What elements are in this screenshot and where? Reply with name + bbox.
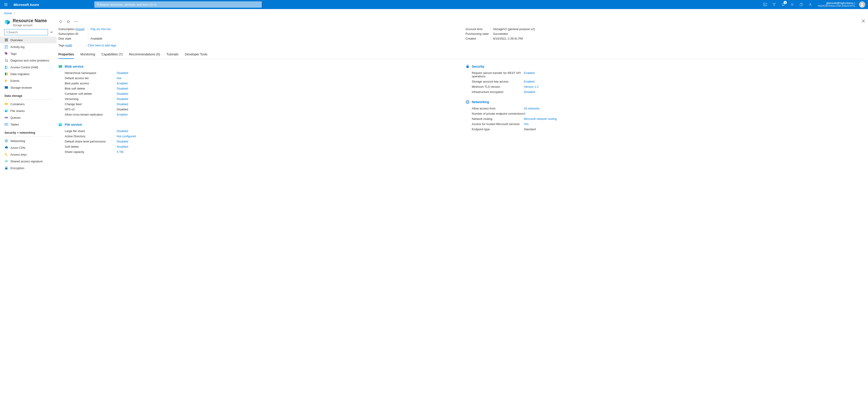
prop-value[interactable]: Enabled	[524, 80, 864, 83]
prop-value[interactable]: Microsoft network routing	[524, 117, 864, 121]
prop-value[interactable]: Disabled	[117, 71, 457, 74]
edit-tags-link[interactable]: edit	[66, 44, 71, 47]
prop-row: Minimum TLS versionVersion 1.2	[466, 84, 864, 89]
sidebar-item-overview[interactable]: Overview	[0, 37, 57, 43]
prop-value[interactable]: Disabled	[117, 97, 457, 101]
cloud-shell-button[interactable]	[761, 0, 770, 9]
sidebar-search-box[interactable]	[4, 29, 48, 35]
prop-value[interactable]: Disabled	[117, 140, 457, 143]
networking-icon	[4, 139, 8, 143]
content-panel: Subscription (move) : Pay-As-You-Go Subs…	[57, 17, 868, 405]
prop-value[interactable]: Disabled	[524, 90, 864, 94]
tab-capabilities-[interactable]: Capabilities (7)	[101, 51, 123, 59]
global-search[interactable]	[94, 1, 262, 8]
sidebar-item-label: Access keys	[10, 153, 27, 156]
sidebar-item-label: Queues	[10, 116, 21, 119]
settings-button[interactable]	[788, 0, 797, 9]
prop-value[interactable]: Disabled	[117, 129, 457, 133]
svg-point-10	[6, 31, 8, 33]
tab-tutorials[interactable]: Tutorials	[166, 51, 179, 59]
sidebar-item-migration[interactable]: Data migration	[0, 70, 57, 77]
sidebar-item-encryption[interactable]: Encryption	[0, 165, 57, 172]
sidebar-item-queues[interactable]: Queues	[0, 114, 57, 121]
tab-monitoring[interactable]: Monitoring	[80, 51, 95, 59]
svg-point-19	[5, 53, 6, 53]
move-subscription-link[interactable]: move	[76, 27, 84, 31]
favorite-button[interactable]	[66, 20, 70, 24]
prop-value[interactable]: Enabled	[524, 71, 864, 78]
person-feedback-icon	[808, 3, 812, 6]
more-button[interactable]	[74, 20, 78, 24]
feedback-button[interactable]	[806, 0, 815, 9]
hamburger-menu[interactable]	[1, 0, 10, 9]
essentials-right: Account kind : StorageV2 (general purpos…	[466, 27, 864, 41]
prop-value[interactable]: 0	[524, 112, 864, 115]
sidebar-item-keys[interactable]: Access keys	[0, 151, 57, 158]
queues-icon	[4, 116, 8, 119]
prop-row: NFS v3Disabled	[58, 107, 457, 112]
sidebar-item-diagnose[interactable]: Diagnose and solve problems	[0, 57, 57, 64]
prop-value[interactable]: Enabled	[117, 82, 457, 85]
pin-button[interactable]	[58, 20, 63, 24]
svg-point-45	[76, 22, 76, 22]
networking-header[interactable]: Networking	[472, 100, 489, 104]
filter-icon	[772, 3, 776, 6]
svg-rect-2	[764, 3, 767, 6]
svg-point-5	[810, 3, 811, 4]
encryption-icon	[4, 166, 8, 170]
prop-row: Infrastructure encryptionDisabled	[466, 89, 864, 95]
sidebar-item-tag[interactable]: Tags	[0, 50, 57, 57]
chevron-right-icon: 〉	[13, 11, 16, 15]
svg-line-11	[7, 33, 8, 33]
svg-rect-12	[5, 39, 8, 39]
close-button[interactable]	[862, 20, 865, 23]
sidebar-item-activity[interactable]: Activity log	[0, 43, 57, 50]
add-tags-link[interactable]: Click here to add tags	[88, 44, 864, 47]
sidebar-item-networking[interactable]: Networking	[0, 137, 57, 144]
sidebar-item-sas[interactable]: Shared access signature	[0, 158, 57, 165]
directories-button[interactable]	[770, 0, 779, 9]
tab-developer-tools[interactable]: Developer Tools	[185, 51, 208, 59]
prop-value[interactable]: Disabled	[117, 102, 457, 106]
file-header[interactable]: File service	[65, 123, 82, 126]
prop-key: Soft delete	[65, 145, 117, 148]
security-header[interactable]: Security	[472, 65, 484, 68]
help-button[interactable]	[797, 0, 806, 9]
sidebar-item-fileshares[interactable]: File shares	[0, 107, 57, 114]
blob-header[interactable]: Blob service	[65, 65, 84, 68]
sidebar-item-browser[interactable]: Storage browser	[0, 84, 57, 91]
sidebar-item-events[interactable]: Events	[0, 77, 57, 84]
prop-value[interactable]: Yes	[524, 122, 864, 126]
subscription-value[interactable]: Pay-As-You-Go	[91, 27, 457, 31]
brand-label[interactable]: Microsoft Azure	[10, 3, 42, 6]
account-menu[interactable]: gbennett@highcriteria.c... HIGHCRITERIA.…	[815, 1, 867, 8]
collapse-sidebar-button[interactable]: ≪	[50, 31, 53, 34]
svg-rect-26	[5, 86, 8, 87]
tab-properties[interactable]: Properties	[58, 51, 74, 59]
prop-row: Soft deleteDisabled	[58, 144, 457, 149]
prop-value[interactable]: Version 1.2	[524, 85, 864, 88]
sidebar-item-iam[interactable]: Access Control (IAM)	[0, 64, 57, 70]
prop-value[interactable]: 5 TiB	[117, 150, 457, 154]
notifications-button[interactable]: 1	[779, 0, 788, 9]
prop-row: Blob soft deleteDisabled	[58, 86, 457, 91]
sidebar-item-cdn[interactable]: Azure CDN	[0, 144, 57, 151]
prop-key: Number of private endpoint connections	[472, 112, 524, 115]
prop-value[interactable]: Disabled	[117, 145, 457, 148]
global-search-input[interactable]	[100, 3, 259, 6]
breadcrumb-home[interactable]: Home	[4, 11, 12, 15]
file-service-icon	[58, 123, 62, 127]
prop-value[interactable]: Disabled	[117, 87, 457, 90]
sidebar-item-label: Networking	[10, 139, 25, 143]
sidebar-search-input[interactable]	[8, 31, 46, 34]
tab-recommendations-[interactable]: Recommendations (0)	[129, 51, 160, 59]
sidebar-item-tables[interactable]: Tables	[0, 121, 57, 128]
containers-icon	[4, 102, 8, 106]
prop-value[interactable]: All networks	[524, 107, 864, 110]
prop-value[interactable]: Disabled	[117, 92, 457, 95]
prop-key: Allow access from	[472, 107, 524, 110]
sidebar-item-containers[interactable]: Containers	[0, 101, 57, 107]
prop-value[interactable]: Not configured	[117, 134, 457, 138]
prop-value[interactable]: Enabled	[117, 113, 457, 116]
prop-value[interactable]: Hot	[117, 76, 457, 80]
